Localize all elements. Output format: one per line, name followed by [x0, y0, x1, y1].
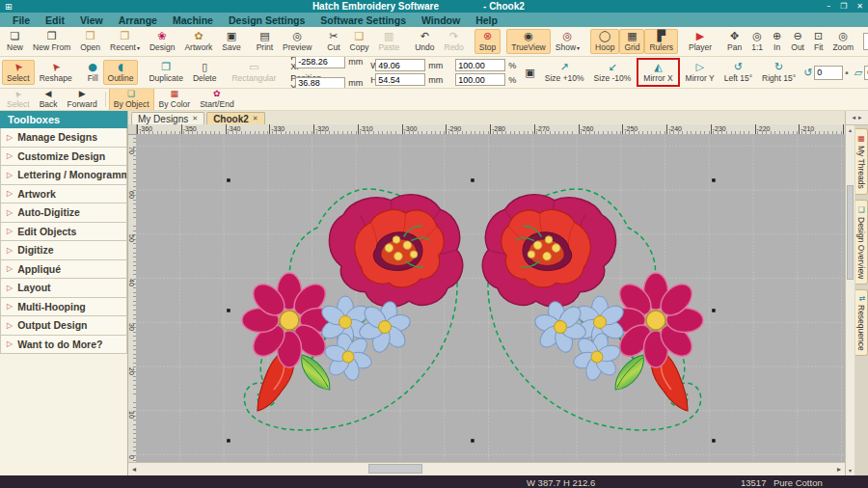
toolbox-manage-designs[interactable]: ▷Manage Designs [0, 128, 127, 148]
tab-scroll-right-icon[interactable]: ▸ [858, 114, 862, 122]
toolbox-lettering-monogramming[interactable]: ▷Lettering / Monogramming [0, 166, 127, 185]
print-button[interactable]: ▤Print [252, 29, 278, 54]
panel-tab-my-threads[interactable]: ▦My Threads [855, 128, 868, 195]
menu-view[interactable]: View [73, 14, 110, 26]
save-button[interactable]: ▣Save [217, 29, 245, 54]
pan-button[interactable]: ✥Pan [722, 29, 746, 54]
design-canvas[interactable] [136, 134, 845, 462]
size-minus-10-button[interactable]: ↙Size -10% [589, 60, 637, 85]
rotate-angle-input[interactable] [814, 66, 843, 80]
toolbox-multi-hooping[interactable]: ▷Multi-Hooping [0, 298, 127, 317]
rotate-right-15-button[interactable]: ↻Right 15° [757, 60, 800, 85]
size-input-1[interactable] [375, 73, 425, 86]
select-stitch-button[interactable]: ➤Select [2, 89, 35, 111]
menu-design-settings[interactable]: Design Settings [222, 14, 312, 26]
menu-software-settings[interactable]: Software Settings [313, 14, 413, 26]
zoom-button[interactable]: ◎Zoom [827, 29, 858, 54]
back-button[interactable]: ◀Back [35, 89, 63, 111]
reshape-button[interactable]: ➤Reshape [35, 60, 77, 85]
rulers-button[interactable]: ▛Rulers [644, 29, 678, 54]
size-plus-10-button[interactable]: ↗Size +10% [540, 60, 589, 85]
embroidery-design[interactable] [136, 134, 845, 462]
menu-edit[interactable]: Edit [39, 14, 71, 26]
delete-button[interactable]: ▯Delete [188, 60, 222, 85]
artwork-button[interactable]: ✿Artwork [179, 29, 217, 54]
close-tab-icon[interactable]: ✕ [192, 115, 198, 122]
tab-scroll-left-icon[interactable]: ◂ [852, 114, 855, 122]
copy-button[interactable]: ❑Copy [345, 29, 374, 54]
select-button[interactable]: ➤Select [2, 60, 35, 85]
close-tab-icon[interactable]: ✕ [253, 115, 258, 122]
rectangular-button[interactable]: ▭Rectangular [227, 60, 281, 85]
toolbox-want-to-do-more[interactable]: ▷Want to do More? [0, 336, 127, 355]
by-object-button[interactable]: ❏By Object [109, 89, 154, 111]
rotate-angle-stepper[interactable]: ▪ [845, 69, 848, 75]
open-button[interactable]: ❒Open [75, 29, 105, 54]
hoop-button[interactable]: ◯Hoop [590, 29, 619, 54]
toolbox-artwork[interactable]: ▷Artwork [0, 185, 127, 204]
redo-button[interactable]: ↷Redo [440, 29, 469, 54]
close-button[interactable]: ✕ [856, 2, 863, 11]
position-input-1[interactable] [295, 77, 345, 90]
toolbox-customize-design[interactable]: ▷Customize Design [0, 148, 127, 167]
toolbox-digitize[interactable]: ▷Digitize [0, 241, 127, 260]
size-input-0[interactable] [375, 59, 425, 71]
vertical-scrollbar[interactable]: ▴ ▾ [846, 125, 855, 475]
toolbox-layout[interactable]: ▷Layout [0, 279, 127, 298]
v-scroll-thumb[interactable] [847, 185, 854, 280]
trueview-button[interactable]: ◉TrueView [506, 29, 550, 54]
zoom-1-1-button[interactable]: ◎1:1 [746, 29, 768, 54]
toolbox-auto-digitize[interactable]: ▷Auto-Digitize [0, 203, 127, 223]
zoom-out-button[interactable]: ⊖Out [786, 29, 809, 54]
scroll-left-icon[interactable]: ◂ [128, 465, 140, 474]
menu-machine[interactable]: Machine [166, 14, 220, 26]
cut-button[interactable]: ✂Cut [322, 29, 344, 54]
mirror-y-button[interactable]: ▷Mirror Y [681, 60, 719, 85]
toolbox-edit-objects[interactable]: ▷Edit Objects [0, 223, 127, 242]
undo-button[interactable]: ↶Undo [410, 29, 439, 54]
toolbox-output-design[interactable]: ▷Output Design [0, 316, 127, 336]
outline-button[interactable]: ◖Outline [103, 60, 139, 85]
minimize-button[interactable]: – [827, 2, 830, 11]
by-color-button[interactable]: ▦By Color [154, 89, 196, 111]
scroll-right-icon[interactable]: ▸ [833, 465, 845, 474]
h-scroll-track[interactable] [140, 463, 833, 475]
scale-input-0[interactable] [455, 59, 505, 71]
menu-window[interactable]: Window [415, 14, 467, 26]
fill-button[interactable]: ●Fill [83, 60, 103, 85]
skew-angle-input[interactable] [864, 66, 868, 80]
new-from-button[interactable]: ❐New From [28, 29, 75, 54]
scale-input-1[interactable] [455, 73, 505, 86]
lock-proportions-button[interactable]: ▣ [520, 66, 539, 80]
panel-tab-resequence[interactable]: ⇅Resequence [855, 289, 868, 356]
show-button[interactable]: ◎Show▾ [551, 29, 584, 54]
grid-button[interactable]: ▦Grid [619, 29, 644, 54]
stop-button[interactable]: ⊗Stop [475, 29, 502, 54]
scroll-up-icon[interactable]: ▴ [849, 125, 852, 135]
design-button[interactable]: ❀Design [145, 29, 179, 54]
position-input-0[interactable] [295, 57, 345, 68]
scroll-down-icon[interactable]: ▾ [849, 466, 852, 475]
menu-arrange[interactable]: Arrange [112, 14, 164, 26]
zoom-fit-button[interactable]: ⊡Fit [809, 29, 827, 54]
toolbox-appliqu[interactable]: ▷Appliqué [0, 260, 127, 280]
preview-button[interactable]: ◎Preview [278, 29, 316, 54]
duplicate-button[interactable]: ❐Duplicate [144, 60, 187, 85]
zoom-in-button[interactable]: ⊕In [768, 29, 786, 54]
menu-file[interactable]: File [6, 14, 37, 26]
menu-help[interactable]: Help [469, 14, 504, 26]
start-end-button[interactable]: ✿Start/End [195, 89, 238, 111]
v-scroll-track[interactable] [846, 135, 854, 466]
horizontal-scrollbar[interactable]: ◂ ▸ [128, 462, 845, 475]
h-scroll-thumb[interactable] [368, 464, 422, 474]
restore-button[interactable]: ❐ [840, 2, 847, 11]
recent-button[interactable]: ❒Recent▾ [105, 29, 145, 54]
panel-tab-design-overview[interactable]: ❏Design Overview [855, 200, 868, 285]
mirror-x-button[interactable]: ◭Mirror X [638, 60, 677, 85]
player-button[interactable]: ▶Player [684, 29, 717, 54]
rotate-left-15-button[interactable]: ↺Left 15° [719, 60, 757, 85]
forward-button[interactable]: ▶Forward [63, 89, 102, 111]
tab-chook2[interactable]: Chook2✕ [206, 112, 265, 124]
tab-my-designs[interactable]: My Designs✕ [131, 112, 204, 124]
paste-button[interactable]: ▥Paste [373, 29, 404, 54]
